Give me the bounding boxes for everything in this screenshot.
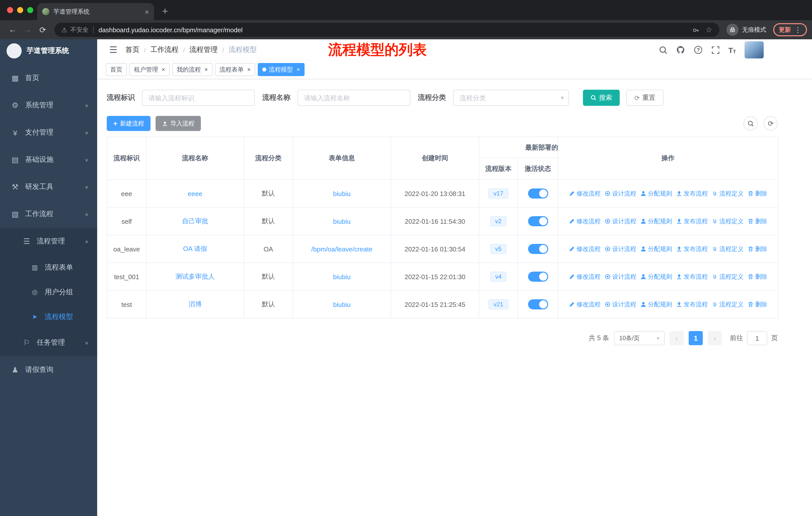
help-icon[interactable]: ? <box>693 45 702 54</box>
close-window-button[interactable] <box>7 7 13 13</box>
password-key-icon[interactable] <box>691 26 699 34</box>
filter-key-input[interactable] <box>142 90 255 106</box>
goto-page-input[interactable] <box>747 331 767 345</box>
form-link[interactable]: biubiu <box>333 217 350 225</box>
model-name-link[interactable]: 滔博 <box>188 300 202 308</box>
close-icon[interactable]: × <box>162 66 165 73</box>
sidebar-item-infrastructure[interactable]: ▤基础设施∨ <box>0 146 97 173</box>
sidebar-item-system[interactable]: ⚙系统管理∨ <box>0 92 97 119</box>
action-design-model-link[interactable]: 设计流程 <box>605 300 636 309</box>
form-link[interactable]: biubiu <box>333 273 350 280</box>
minimize-window-button[interactable] <box>17 7 23 13</box>
action-assign-rule-link[interactable]: 分配规则 <box>640 217 672 225</box>
breadcrumb-item[interactable]: 流程模型 <box>229 45 257 54</box>
model-name-link[interactable]: 测试多审批人 <box>175 273 215 280</box>
action-modify-model-link[interactable]: 修改流程 <box>569 245 601 253</box>
filter-category-select[interactable]: ▾ <box>453 90 569 106</box>
action-publish-model-link[interactable]: 发布流程 <box>676 245 708 253</box>
filter-category-input[interactable] <box>453 90 569 106</box>
page-1-button[interactable]: 1 <box>689 331 703 345</box>
back-icon[interactable]: ← <box>5 25 20 34</box>
bookmark-star-icon[interactable]: ☆ <box>705 25 712 34</box>
next-page-button[interactable]: › <box>708 331 722 345</box>
sidebar-item-leave-query[interactable]: ♟请假查询 <box>0 356 97 383</box>
action-design-model-link[interactable]: 设计流程 <box>605 245 636 253</box>
reset-button[interactable]: ⟳ 重置 <box>626 90 664 106</box>
update-button[interactable]: 更新 ⋮ <box>773 23 807 36</box>
active-toggle[interactable] <box>528 299 548 309</box>
fold-sidebar-icon[interactable]: ☰ <box>109 44 117 55</box>
sidebar-item-process-management[interactable]: ☰流程管理∧ <box>0 228 97 255</box>
form-link[interactable]: biubiu <box>333 301 350 308</box>
view-tag[interactable]: 流程表单× <box>215 63 255 76</box>
sidebar-item-process-model[interactable]: ➤流程模型 <box>0 304 97 329</box>
search-icon[interactable] <box>659 46 667 54</box>
refresh-table-button[interactable]: ⟳ <box>764 116 778 131</box>
view-tag[interactable]: 租户管理× <box>129 63 170 76</box>
sidebar-item-user-group[interactable]: ◎用户分组 <box>0 280 97 304</box>
sidebar-item-task-management[interactable]: ⚐任务管理∨ <box>0 329 97 356</box>
sidebar-item-home[interactable]: ▦首页 <box>0 64 97 92</box>
action-delete-model-link[interactable]: 删除 <box>748 300 767 309</box>
action-delete-model-link[interactable]: 删除 <box>748 189 767 198</box>
action-publish-model-link[interactable]: 发布流程 <box>676 300 708 309</box>
model-name-link[interactable]: OA 请假 <box>183 245 207 252</box>
breadcrumb-item[interactable]: 流程管理 <box>190 45 218 54</box>
prev-page-button[interactable]: ‹ <box>670 331 684 345</box>
toggle-search-button[interactable] <box>744 116 758 131</box>
view-tag[interactable]: 我的流程× <box>172 63 212 76</box>
close-icon[interactable]: × <box>296 66 300 73</box>
page-size-select[interactable]: 10条/页 ▾ <box>614 331 665 345</box>
browser-tab[interactable]: 芋道管理系统 × <box>37 3 154 20</box>
model-name-link[interactable]: 自己审批 <box>182 217 208 225</box>
zoom-window-button[interactable] <box>27 7 33 13</box>
filter-name-input[interactable] <box>297 90 410 106</box>
action-publish-model-link[interactable]: 发布流程 <box>676 272 708 281</box>
action-model-definition-link[interactable]: 流程定义 <box>712 300 744 309</box>
new-tab-button[interactable]: + <box>162 6 168 16</box>
action-delete-model-link[interactable]: 删除 <box>748 272 767 281</box>
view-tag[interactable]: 首页 <box>106 63 127 76</box>
action-delete-model-link[interactable]: 删除 <box>748 217 767 225</box>
action-model-definition-link[interactable]: 流程定义 <box>712 245 744 253</box>
action-model-definition-link[interactable]: 流程定义 <box>712 217 744 225</box>
active-toggle[interactable] <box>528 272 548 282</box>
action-assign-rule-link[interactable]: 分配规则 <box>640 245 672 253</box>
forward-icon[interactable]: → <box>20 25 35 34</box>
action-modify-model-link[interactable]: 修改流程 <box>569 217 601 225</box>
active-toggle[interactable] <box>528 244 548 254</box>
action-modify-model-link[interactable]: 修改流程 <box>569 272 601 281</box>
action-assign-rule-link[interactable]: 分配规则 <box>640 189 672 198</box>
sidebar-item-devtools[interactable]: ⚒研发工具∨ <box>0 173 97 200</box>
close-icon[interactable]: × <box>247 66 251 73</box>
action-design-model-link[interactable]: 设计流程 <box>605 217 636 225</box>
action-model-definition-link[interactable]: 流程定义 <box>712 272 744 281</box>
form-link[interactable]: /bpm/oa/leave/create <box>311 245 373 253</box>
form-link[interactable]: biubiu <box>333 190 350 197</box>
user-avatar[interactable] <box>745 41 764 58</box>
action-assign-rule-link[interactable]: 分配规则 <box>640 300 672 309</box>
action-modify-model-link[interactable]: 修改流程 <box>569 189 601 198</box>
address-bar[interactable]: ⚠ 不安全 dashboard.yudao.iocoder.cn/bpm/man… <box>54 23 719 37</box>
action-assign-rule-link[interactable]: 分配规则 <box>640 272 672 281</box>
sidebar-item-workflow[interactable]: ▧工作流程∧ <box>0 200 97 228</box>
action-modify-model-link[interactable]: 修改流程 <box>569 300 601 309</box>
font-size-icon[interactable]: TT <box>728 46 736 54</box>
active-toggle[interactable] <box>528 188 548 198</box>
sidebar-item-payment[interactable]: ¥支付管理∨ <box>0 119 97 146</box>
tab-close-icon[interactable]: × <box>144 8 149 16</box>
github-icon[interactable] <box>676 45 685 54</box>
action-design-model-link[interactable]: 设计流程 <box>605 272 636 281</box>
reload-icon[interactable]: ⟳ <box>35 25 50 34</box>
sidebar-item-process-form[interactable]: ▥流程表单 <box>0 255 97 280</box>
close-icon[interactable]: × <box>204 66 208 73</box>
action-publish-model-link[interactable]: 发布流程 <box>676 189 708 198</box>
view-tag[interactable]: 流程模型× <box>258 63 304 76</box>
fullscreen-icon[interactable] <box>711 46 720 54</box>
search-button[interactable]: 搜索 <box>583 90 620 106</box>
model-name-link[interactable]: eeee <box>188 190 202 197</box>
browser-menu-icon[interactable]: ⋮ <box>794 26 802 34</box>
action-publish-model-link[interactable]: 发布流程 <box>676 217 708 225</box>
import-model-button[interactable]: 导入流程 <box>155 116 201 131</box>
action-design-model-link[interactable]: 设计流程 <box>605 189 636 198</box>
